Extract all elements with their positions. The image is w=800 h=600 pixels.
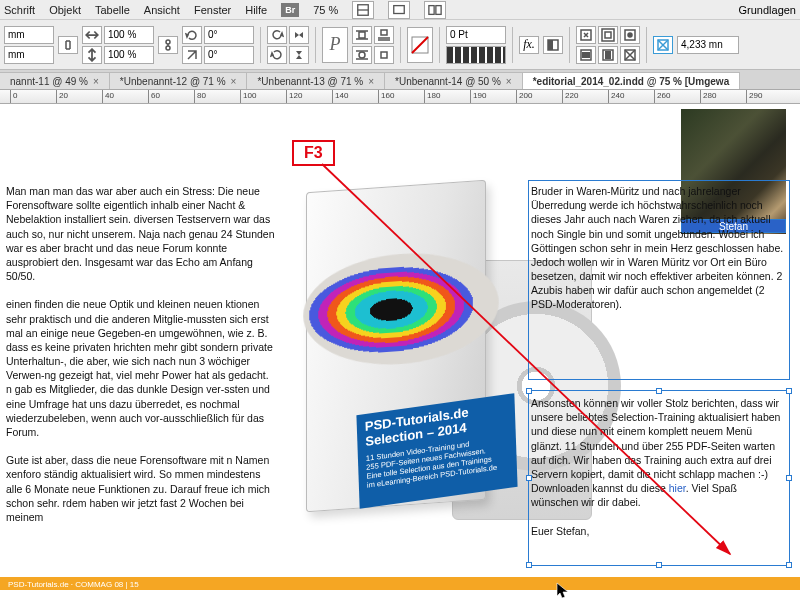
menu-ansicht[interactable]: Ansicht — [144, 4, 180, 16]
cursor-icon — [556, 582, 570, 600]
svg-point-26 — [628, 33, 632, 37]
wrap-none-icon[interactable] — [374, 46, 394, 64]
rotation-field[interactable]: 0° — [204, 26, 254, 44]
ruler-horizontal[interactable]: 0204060801001201401601801902002202402602… — [0, 90, 800, 104]
selection-frame-upper[interactable] — [528, 180, 790, 380]
flip-h-icon[interactable] — [289, 26, 309, 44]
svg-rect-8 — [359, 32, 365, 38]
tab-editorial-2014[interactable]: *editorial_2014_02.indd @ 75 % [Umgewa — [523, 72, 741, 89]
svg-rect-24 — [605, 32, 611, 38]
frame-edges-icon[interactable] — [653, 36, 673, 54]
bridge-badge-icon[interactable]: Br — [281, 3, 299, 17]
svg-rect-2 — [394, 5, 405, 13]
shear-icon — [182, 46, 202, 64]
svg-point-6 — [166, 46, 170, 50]
wrap-shape-icon[interactable] — [352, 46, 372, 64]
measure-field[interactable]: 4,233 mn — [677, 36, 739, 54]
svg-rect-30 — [605, 51, 611, 59]
rotate-ccw-icon[interactable] — [267, 26, 287, 44]
zoom-level[interactable]: 75 % — [313, 4, 338, 16]
link-scale-icon[interactable] — [158, 36, 178, 54]
arrange-icon[interactable] — [424, 1, 446, 19]
svg-point-14 — [359, 52, 365, 58]
selection-frame[interactable] — [528, 390, 790, 566]
w-field[interactable]: mm — [4, 46, 54, 64]
svg-rect-3 — [429, 5, 434, 14]
opacity-icon[interactable] — [543, 36, 563, 54]
stroke-weight-field[interactable]: 0 Pt — [446, 26, 506, 44]
wrap-around-icon[interactable] — [352, 26, 372, 44]
close-icon[interactable]: × — [93, 76, 99, 87]
fit-content-icon[interactable] — [576, 26, 596, 44]
svg-rect-23 — [602, 29, 614, 41]
tab-unbenannt-12[interactable]: *Unbenannt-12 @ 71 %× — [110, 72, 248, 89]
effects-icon[interactable]: fx. — [519, 36, 539, 54]
fit-prop-icon[interactable] — [598, 46, 618, 64]
scale-y-icon — [82, 46, 102, 64]
shear-field[interactable]: 0° — [204, 46, 254, 64]
svg-rect-21 — [548, 40, 553, 50]
center-content-icon[interactable] — [620, 26, 640, 44]
workspace-switcher[interactable]: Grundlagen — [739, 4, 797, 16]
auto-fit-icon[interactable] — [620, 46, 640, 64]
menu-objekt[interactable]: Objekt — [49, 4, 81, 16]
svg-point-5 — [166, 40, 170, 44]
flip-v-icon[interactable] — [289, 46, 309, 64]
document-tabs: nannt-11 @ 49 %× *Unbenannt-12 @ 71 %× *… — [0, 70, 800, 90]
menu-fenster[interactable]: Fenster — [194, 4, 231, 16]
fill-swatch[interactable] — [407, 27, 433, 63]
menu-tabelle[interactable]: Tabelle — [95, 4, 130, 16]
scale-y-field[interactable]: 100 % — [104, 46, 154, 64]
link-dims-icon[interactable] — [58, 36, 78, 54]
menu-hilfe[interactable]: Hilfe — [245, 4, 267, 16]
rotate-cw-icon[interactable] — [267, 46, 287, 64]
close-icon[interactable]: × — [231, 76, 237, 87]
rotate-icon — [182, 26, 202, 44]
control-toolbar: mm mm 100 % 100 % 0° 0° P 0 Pt fx. — [0, 20, 800, 70]
menu-schrift[interactable]: Schrift — [4, 4, 35, 16]
close-icon[interactable]: × — [506, 76, 512, 87]
char-format-icon[interactable]: P — [322, 27, 348, 63]
svg-rect-17 — [381, 52, 387, 58]
menu-bar: Schrift Objekt Tabelle Ansicht Fenster H… — [0, 0, 800, 20]
fill-prop-icon[interactable] — [576, 46, 596, 64]
annotation-f3-label: F3 — [292, 140, 335, 166]
svg-rect-28 — [582, 52, 590, 58]
view-mode-icon[interactable] — [352, 1, 374, 19]
tab-unbenannt-11[interactable]: nannt-11 @ 49 %× — [0, 72, 110, 89]
text-frame-left[interactable]: Man man man das war aber auch ein Stress… — [6, 184, 276, 524]
screen-mode-icon[interactable] — [388, 1, 410, 19]
close-icon[interactable]: × — [368, 76, 374, 87]
svg-rect-11 — [381, 30, 387, 35]
stroke-style-field[interactable] — [446, 46, 506, 64]
document-canvas[interactable]: Man man man das war aber auch ein Stress… — [0, 104, 800, 600]
scale-x-icon — [82, 26, 102, 44]
tab-unbenannt-14[interactable]: *Unbenannt-14 @ 50 %× — [385, 72, 523, 89]
svg-rect-4 — [436, 5, 441, 14]
scale-x-field[interactable]: 100 % — [104, 26, 154, 44]
tab-unbenannt-13[interactable]: *Unbenannt-13 @ 71 %× — [247, 72, 385, 89]
wrap-jump-icon[interactable] — [374, 26, 394, 44]
fit-frame-icon[interactable] — [598, 26, 618, 44]
footer-bar: PSD-Tutorials.de · COMMAG 08 | 15 — [0, 577, 800, 590]
x-field[interactable]: mm — [4, 26, 54, 44]
